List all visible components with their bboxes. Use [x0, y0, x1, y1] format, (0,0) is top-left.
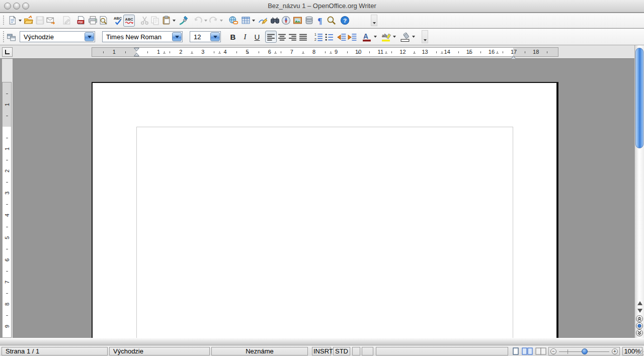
- single-page-view-button[interactable]: [512, 347, 519, 356]
- navigation-button[interactable]: [636, 322, 643, 329]
- ruler-number: 5: [4, 236, 10, 239]
- font-name-combo[interactable]: Times New Roman: [102, 31, 183, 42]
- svg-text:ABC: ABC: [114, 16, 122, 21]
- increase-indent-button[interactable]: [347, 31, 358, 43]
- insert-table-button[interactable]: [240, 15, 256, 27]
- font-size-combo[interactable]: 12: [190, 31, 221, 42]
- window-title: Bez_názvu 1 – OpenOffice.org Writer: [0, 2, 644, 10]
- ruler-number: 7: [290, 49, 293, 55]
- page-number-field[interactable]: Strana 1 / 1: [2, 347, 108, 355]
- document-page[interactable]: [92, 82, 558, 338]
- scroll-down-button[interactable]: [637, 309, 642, 313]
- vertical-ruler[interactable]: 1123456789: [2, 59, 13, 338]
- combo-dropdown-button[interactable]: [210, 32, 220, 41]
- align-right-button[interactable]: [287, 31, 298, 43]
- spellcheck-button[interactable]: ABC: [113, 15, 123, 27]
- double-page-view-button[interactable]: [522, 347, 533, 356]
- cut-button[interactable]: [139, 15, 150, 27]
- font-color-button[interactable]: A: [361, 31, 377, 43]
- paste-button[interactable]: [161, 15, 176, 27]
- scrollbar-thumb[interactable]: [635, 48, 643, 148]
- signature-field[interactable]: [362, 347, 373, 355]
- italic-button[interactable]: I: [239, 31, 251, 43]
- export-pdf-button[interactable]: PDF: [76, 15, 87, 27]
- ruler-tick: [6, 249, 8, 249]
- combo-dropdown-button[interactable]: [172, 32, 182, 41]
- gallery-button[interactable]: [292, 15, 303, 27]
- edit-file-button[interactable]: [61, 15, 72, 27]
- redo-button[interactable]: [208, 15, 223, 27]
- help-button[interactable]: ?: [340, 15, 350, 27]
- toolbar-drag-handle[interactable]: [3, 15, 5, 26]
- toolbar-drag-handle[interactable]: [3, 31, 5, 43]
- paragraph-style-value: Východzie: [24, 33, 54, 41]
- undo-button[interactable]: [193, 15, 208, 27]
- bold-button[interactable]: B: [227, 31, 239, 43]
- tab-stop-type-selector[interactable]: [2, 47, 13, 57]
- svg-text:ABC: ABC: [125, 17, 134, 22]
- align-left-button[interactable]: [265, 31, 277, 43]
- ruler-number: 16: [489, 49, 495, 55]
- zoom-in-button[interactable]: +: [612, 348, 618, 354]
- find-replace-button[interactable]: [270, 15, 280, 27]
- standard-toolbar: PDFABCABC¶?: [0, 13, 644, 28]
- ruler-tick: [125, 51, 126, 53]
- zoom-out-button[interactable]: −: [550, 348, 556, 354]
- ruler-tick: [281, 51, 281, 53]
- new-document-button[interactable]: [7, 15, 22, 27]
- ruler-number: 8: [4, 303, 10, 306]
- default-tabstop-mark: [274, 47, 277, 56]
- ruler-tick: [347, 51, 348, 53]
- vertical-scrollbar[interactable]: [634, 45, 644, 338]
- horizontal-scrollbar-area[interactable]: [0, 338, 644, 345]
- styles-and-formatting-button[interactable]: [6, 31, 17, 43]
- indent-marker[interactable]: [134, 48, 139, 58]
- selection-mode-field[interactable]: STD: [333, 347, 350, 355]
- numbered-list-button[interactable]: 12: [313, 31, 324, 43]
- paragraph-style-combo[interactable]: Východzie: [20, 31, 95, 42]
- decrease-indent-button[interactable]: [337, 31, 347, 43]
- ruler-number: 8: [312, 49, 315, 55]
- window-resize-grip[interactable]: [637, 349, 644, 356]
- background-color-button[interactable]: [399, 31, 416, 43]
- zoom-slider[interactable]: − +: [548, 347, 620, 355]
- document-modified-field[interactable]: [352, 347, 360, 355]
- book-view-button[interactable]: [535, 347, 546, 356]
- language-field[interactable]: Neznáme: [211, 347, 308, 355]
- zoom-button[interactable]: [326, 15, 337, 27]
- align-justify-button[interactable]: [298, 31, 308, 43]
- open-folder-button[interactable]: [23, 15, 34, 27]
- default-tabstop-mark: [413, 47, 416, 56]
- page-preview-button[interactable]: [98, 15, 109, 27]
- horizontal-ruler[interactable]: 1123456789101112131415161718: [92, 47, 558, 57]
- underline-button[interactable]: U: [251, 31, 263, 43]
- bullet-list-button[interactable]: [324, 31, 335, 43]
- highlighting-button[interactable]: ab: [380, 31, 396, 43]
- scroll-up-button[interactable]: [637, 301, 642, 305]
- zoom-slider-thumb[interactable]: [582, 348, 588, 354]
- copy-button[interactable]: [150, 15, 160, 27]
- toolbar-options-button[interactable]: [371, 15, 377, 26]
- combo-dropdown-button[interactable]: [85, 32, 94, 41]
- print-file-button[interactable]: [88, 15, 98, 27]
- previous-page-button[interactable]: [636, 315, 643, 322]
- hyperlink-button[interactable]: [228, 15, 239, 27]
- ruler-tick: [6, 271, 8, 272]
- section-info-field[interactable]: [376, 347, 508, 355]
- format-paintbrush-button[interactable]: [178, 15, 189, 27]
- email-document-button[interactable]: [46, 15, 56, 27]
- ruler-tick: [480, 51, 481, 53]
- navigator-button[interactable]: [281, 15, 291, 27]
- save-button[interactable]: [35, 15, 45, 27]
- align-center-button[interactable]: [277, 31, 287, 43]
- nonprinting-characters-button[interactable]: ¶: [315, 15, 326, 27]
- insert-mode-field[interactable]: INSRT: [312, 347, 331, 355]
- default-tabstop-mark: [163, 47, 166, 56]
- auto-spellcheck-button[interactable]: ABC: [123, 15, 135, 27]
- data-sources-button[interactable]: [304, 15, 314, 27]
- next-page-button[interactable]: [636, 329, 643, 336]
- page-style-field[interactable]: Východzie: [109, 347, 210, 355]
- toolbar-options-button[interactable]: [422, 30, 428, 43]
- draw-functions-button[interactable]: [258, 15, 268, 27]
- default-tabstop-mark: [329, 47, 333, 56]
